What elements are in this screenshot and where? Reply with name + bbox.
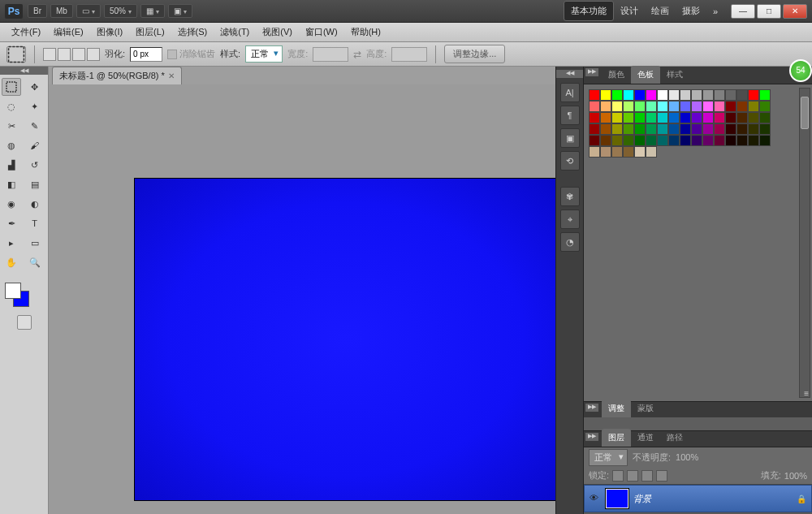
zoom-tool[interactable]: 🔍 [25, 253, 45, 271]
close-button[interactable]: ✕ [783, 4, 807, 19]
stamp-tool[interactable]: ▟ [2, 156, 21, 174]
swatch[interactable] [725, 135, 736, 146]
swatch[interactable] [611, 123, 623, 135]
swatch[interactable] [623, 101, 634, 112]
swatch[interactable] [634, 123, 646, 135]
swatch[interactable] [748, 101, 759, 112]
swatch[interactable] [691, 89, 702, 101]
swatch[interactable] [634, 112, 646, 123]
quickmask-button[interactable] [17, 315, 32, 330]
swatch[interactable] [702, 135, 714, 146]
tab-color[interactable]: 颜色 [602, 66, 631, 84]
swatch[interactable] [668, 123, 680, 135]
swatch[interactable] [611, 135, 623, 146]
swatch[interactable] [714, 112, 725, 123]
swatch[interactable] [623, 135, 634, 146]
swatch[interactable] [680, 101, 691, 112]
eraser-tool[interactable]: ◧ [2, 175, 21, 193]
pen-tool[interactable]: ✒ [2, 214, 21, 232]
tab-adjust[interactable]: 调整 [602, 400, 631, 417]
brush-panel-icon[interactable]: ✾ [560, 187, 580, 206]
swatch[interactable] [646, 112, 657, 123]
swatch[interactable] [702, 112, 714, 123]
tab-paths[interactable]: 路径 [660, 429, 689, 447]
style-select[interactable]: 正常 [245, 45, 283, 63]
hist-icon[interactable]: ⟲ [560, 151, 580, 171]
swatch-scrollbar[interactable] [799, 88, 810, 398]
sel-sub-icon[interactable] [72, 48, 85, 61]
swatch[interactable] [668, 101, 680, 112]
lock-pos-icon[interactable] [641, 470, 653, 482]
swatch[interactable] [657, 89, 668, 101]
swatch[interactable] [691, 123, 702, 135]
swatch[interactable] [657, 112, 668, 123]
sel-new-icon[interactable] [43, 48, 56, 61]
layer-row[interactable]: 👁 背景 🔒 [584, 485, 812, 512]
blur-tool[interactable]: ◉ [2, 195, 21, 213]
refine-edge-button[interactable]: 调整边缘... [444, 45, 505, 63]
layer-name[interactable]: 背景 [633, 493, 792, 505]
workspace-photo[interactable]: 摄影 [676, 2, 706, 20]
minimize-button[interactable]: — [731, 4, 755, 19]
swatch[interactable] [714, 101, 725, 112]
iconcol-collapse[interactable]: ◀◀ [556, 70, 583, 78]
tab-styles[interactable]: 样式 [660, 66, 689, 84]
swatch[interactable] [600, 123, 611, 135]
swatch[interactable] [600, 89, 611, 101]
swatch[interactable] [691, 101, 702, 112]
current-tool-icon[interactable] [6, 46, 26, 63]
swatch[interactable] [657, 135, 668, 146]
wand-tool[interactable]: ✦ [25, 97, 45, 115]
swatch[interactable] [623, 89, 634, 101]
swatch[interactable] [668, 89, 680, 101]
minibridge-button[interactable]: Mb [50, 4, 73, 18]
lock-trans-icon[interactable] [612, 470, 624, 482]
workspace-design[interactable]: 设计 [614, 2, 645, 20]
swatch[interactable] [600, 135, 611, 146]
opacity-value[interactable]: 100% [676, 452, 698, 462]
swatch[interactable] [680, 89, 691, 101]
lock-pixels-icon[interactable] [627, 470, 638, 482]
workspace-more[interactable]: » [706, 3, 724, 19]
layer-thumbnail[interactable] [606, 489, 628, 508]
swatch[interactable] [759, 101, 771, 112]
lasso-tool[interactable]: ◌ [2, 97, 21, 115]
swatch[interactable] [748, 112, 759, 123]
swatch[interactable] [680, 123, 691, 135]
layer-visibility-icon[interactable]: 👁 [590, 493, 601, 504]
swatch[interactable] [748, 123, 759, 135]
swatch[interactable] [600, 146, 611, 158]
fill-value[interactable]: 100% [784, 471, 807, 481]
swatch[interactable] [680, 112, 691, 123]
swatch[interactable] [668, 135, 680, 146]
preset-icon[interactable]: ◔ [560, 232, 580, 252]
swatch[interactable] [748, 89, 759, 101]
swatch[interactable] [748, 135, 759, 146]
swatch[interactable] [759, 112, 771, 123]
swatch[interactable] [691, 112, 702, 123]
swatch[interactable] [623, 123, 634, 135]
type-tool[interactable]: T [25, 214, 45, 232]
swatch[interactable] [646, 135, 657, 146]
tab-layers[interactable]: 图层 [602, 429, 631, 447]
workspace-painting[interactable]: 绘画 [645, 2, 676, 20]
swatch[interactable] [600, 101, 611, 112]
feather-input[interactable] [130, 47, 162, 62]
tools-collapse[interactable]: ◀◀ [0, 67, 48, 75]
swatch[interactable] [725, 101, 736, 112]
workspace-essentials[interactable]: 基本功能 [564, 1, 614, 21]
sel-intersect-icon[interactable] [87, 48, 100, 61]
swatch[interactable] [634, 135, 646, 146]
menu-edit[interactable]: 编辑(E) [47, 24, 90, 41]
view-dropdown[interactable]: ▭ [76, 4, 101, 18]
blend-mode-select[interactable]: 正常 [589, 449, 628, 466]
swatch[interactable] [611, 146, 623, 158]
swatch[interactable] [736, 101, 748, 112]
swatch[interactable] [646, 146, 657, 158]
brush-tool[interactable]: 🖌 [25, 136, 45, 154]
colorpanel-collapse[interactable]: ▶▶ [585, 68, 598, 76]
canvas[interactable] [135, 179, 555, 500]
swatch[interactable] [725, 112, 736, 123]
swatch[interactable] [646, 123, 657, 135]
eyedropper-tool[interactable]: ✎ [25, 117, 45, 135]
